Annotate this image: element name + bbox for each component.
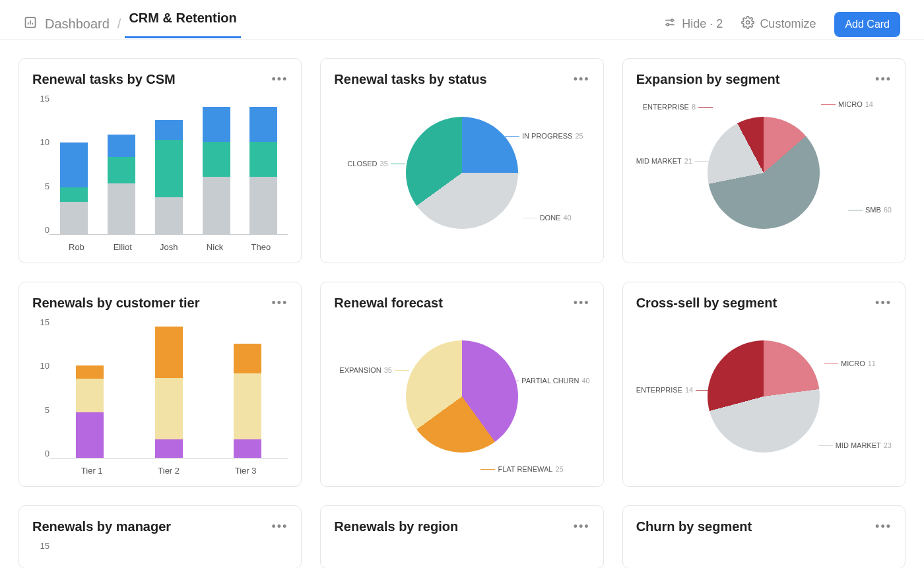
bar-stack[interactable] xyxy=(203,107,230,234)
hide-button[interactable]: Hide · 2 xyxy=(663,16,723,32)
card-renewal_manager: Renewals by manager ••• 15 xyxy=(18,505,302,568)
svg-point-3 xyxy=(746,21,750,24)
card-title: Renewals by region xyxy=(334,519,458,534)
y-tick: 15 xyxy=(32,317,50,327)
pie-label-name: MICRO xyxy=(838,100,863,108)
pie-label: PARTIAL CHURN 40 xyxy=(504,377,589,385)
more-icon[interactable]: ••• xyxy=(875,296,892,310)
bar-column xyxy=(243,107,284,234)
card-churn_segment: Churn by segment ••• xyxy=(622,505,906,568)
bar-segment xyxy=(60,142,88,187)
bar-segment xyxy=(108,135,135,156)
bar-stack[interactable] xyxy=(155,120,183,234)
pie-label-value: 60 xyxy=(884,206,892,214)
pie-label-value: 11 xyxy=(868,360,876,367)
pie-label-value: 21 xyxy=(684,157,692,165)
card-expansion_segment: Expansion by segment ••• MICRO 14SMB 60M… xyxy=(622,58,906,263)
breadcrumb: Dashboard / CRM & Retention xyxy=(24,11,237,38)
add-card-button[interactable]: Add Card xyxy=(834,12,900,37)
breadcrumb-current[interactable]: CRM & Retention xyxy=(129,11,236,38)
card-renewal_status: Renewal tasks by status ••• IN PROGRESS … xyxy=(320,58,603,263)
pie-label: MICRO 14 xyxy=(821,100,873,108)
pie-chart[interactable] xyxy=(708,117,820,229)
bar-segment xyxy=(76,379,104,412)
gear-icon xyxy=(741,16,754,32)
pie-label-name: IN PROGRESS xyxy=(522,132,572,140)
pie-label-name: EXPANSION xyxy=(339,366,381,374)
x-axis: Tier 1Tier 2Tier 3 xyxy=(50,466,288,476)
chart-body: 151050Tier 1Tier 2Tier 3 xyxy=(32,317,288,476)
bar-stack[interactable] xyxy=(108,135,135,234)
bar-segment xyxy=(76,365,104,379)
bar-segment xyxy=(155,140,183,197)
pie-label-value: 14 xyxy=(685,386,693,394)
x-tick: Nick xyxy=(195,242,235,252)
y-tick: 10 xyxy=(32,361,50,371)
pie-chart[interactable] xyxy=(406,117,518,229)
card-title: Renewals by manager xyxy=(32,519,171,534)
card-renewal_region: Renewals by region ••• xyxy=(320,505,603,568)
svg-point-1 xyxy=(671,19,673,21)
customize-button[interactable]: Customize xyxy=(741,16,816,32)
bar-segment xyxy=(155,327,183,377)
sliders-icon xyxy=(663,16,676,32)
card-title: Renewal tasks by status xyxy=(334,72,486,87)
pie-label-name: ENTERPRISE xyxy=(636,386,682,394)
more-icon[interactable]: ••• xyxy=(271,520,288,534)
bar-segment xyxy=(249,177,277,234)
y-tick: 5 xyxy=(32,405,50,415)
y-tick: 15 xyxy=(32,541,50,551)
pie-label-name: SMB xyxy=(865,206,881,214)
bar-column xyxy=(53,365,126,458)
bar-segment xyxy=(234,439,261,458)
pie-label-value: 25 xyxy=(555,465,563,473)
card-title: Renewals by customer tier xyxy=(32,296,199,311)
bar-stack[interactable] xyxy=(249,107,277,234)
bar-stack[interactable] xyxy=(234,344,261,458)
bar-segment xyxy=(76,412,104,458)
bar-segment xyxy=(108,157,135,183)
plot-area xyxy=(50,94,288,235)
more-icon[interactable]: ••• xyxy=(875,520,892,534)
card-title: Renewal tasks by CSM xyxy=(32,72,176,87)
pie-label: MICRO 11 xyxy=(824,360,876,367)
pie-label-name: DONE xyxy=(540,214,561,222)
y-tick: 15 xyxy=(32,94,50,104)
more-icon[interactable]: ••• xyxy=(574,73,590,86)
breadcrumb-root[interactable]: Dashboard xyxy=(45,16,110,32)
x-tick: Tier 3 xyxy=(211,466,280,476)
card-renewal_csm: Renewal tasks by CSM ••• 151050RobElliot… xyxy=(18,58,302,263)
more-icon[interactable]: ••• xyxy=(875,73,892,86)
chart-body: IN PROGRESS 25DONE 40CLOSED 35 xyxy=(334,94,589,252)
bar-stack[interactable] xyxy=(155,327,183,458)
card-title: Churn by segment xyxy=(636,519,752,534)
pie-label-name: MICRO xyxy=(841,360,865,367)
y-axis: 151050 xyxy=(32,94,50,252)
more-icon[interactable]: ••• xyxy=(574,296,590,310)
bar-column xyxy=(196,107,237,234)
chart-body xyxy=(334,541,589,568)
more-icon[interactable]: ••• xyxy=(271,73,288,86)
pie-label-name: MID MARKET xyxy=(636,157,682,165)
y-tick: 5 xyxy=(32,181,50,191)
pie-chart[interactable] xyxy=(406,340,518,453)
bar-column xyxy=(53,142,94,234)
y-axis: 151050 xyxy=(32,317,50,476)
more-icon[interactable]: ••• xyxy=(271,296,288,310)
more-icon[interactable]: ••• xyxy=(574,520,590,534)
x-tick: Tier 1 xyxy=(57,466,127,476)
card-cross_sell: Cross-sell by segment ••• MICRO 11MID MA… xyxy=(622,282,906,487)
pie-label: ENTERPRISE 8 xyxy=(643,103,713,111)
pie-label: MID MARKET 21 xyxy=(636,157,710,165)
bar-stack[interactable] xyxy=(76,365,104,458)
chart-body: MICRO 11MID MARKET 23ENTERPRISE 14 xyxy=(636,317,892,476)
bar-chart-icon xyxy=(24,16,37,32)
pie-label: DONE 40 xyxy=(523,214,572,222)
bar-segment xyxy=(155,120,183,141)
bar-stack[interactable] xyxy=(60,142,88,234)
pie-chart[interactable] xyxy=(708,340,820,453)
pie-label-value: 40 xyxy=(563,214,571,222)
pie-label-value: 35 xyxy=(380,160,388,168)
x-tick: Josh xyxy=(149,242,189,252)
pie-label-name: PARTIAL CHURN xyxy=(521,377,579,385)
